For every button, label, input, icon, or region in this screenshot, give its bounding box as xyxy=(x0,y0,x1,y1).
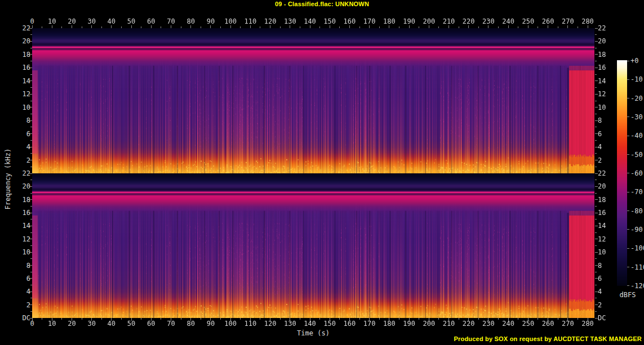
x-tick-label-top: 140 xyxy=(304,17,316,25)
x-tick-label-top: 220 xyxy=(463,17,475,25)
y-tick-label-right: 12 xyxy=(598,90,606,98)
x-tick-label-top: 240 xyxy=(502,17,514,25)
y-tick-label-right: 20 xyxy=(598,182,606,190)
y-minor-tick-left xyxy=(30,48,32,48)
x-minor-tick-bottom xyxy=(220,318,221,320)
x-minor-tick-top xyxy=(379,26,380,28)
colorbar-tick-mark xyxy=(627,229,629,230)
x-minor-tick-top xyxy=(459,26,459,28)
x-tick-label-bottom: 260 xyxy=(542,320,554,328)
x-tick-label-bottom: 50 xyxy=(127,320,135,328)
x-minor-tick-top xyxy=(438,26,439,28)
x-tick-label-top: 250 xyxy=(522,17,535,25)
x-tick-mark-top xyxy=(468,25,469,28)
y-tick-label-left: 22 xyxy=(12,24,30,32)
x-tick-mark-top xyxy=(190,25,191,28)
y-tick-label-right: 12 xyxy=(598,235,606,243)
y-tick-label-left: 20 xyxy=(12,182,30,190)
footer-credit: Produced by SOX on request by AUCDTECT T… xyxy=(454,335,642,342)
x-tick-label-bottom: 70 xyxy=(167,320,175,328)
y-minor-tick-left xyxy=(30,127,32,127)
colorbar-tick-label: -30 xyxy=(630,113,643,121)
x-minor-tick-top xyxy=(42,26,42,28)
x-tick-label-top: 190 xyxy=(403,17,415,25)
x-tick-label-bottom: 230 xyxy=(482,320,495,328)
x-tick-mark-top xyxy=(548,25,548,28)
colorbar-tick-mark xyxy=(627,117,629,117)
x-minor-tick-bottom xyxy=(339,318,340,320)
colorbar-tick-label: -60 xyxy=(630,169,643,177)
y-minor-tick-left xyxy=(30,74,32,75)
y-tick-label-right: 14 xyxy=(598,222,606,230)
colorbar-tick-mark xyxy=(627,267,629,267)
x-tick-mark-top xyxy=(230,25,231,28)
y-tick-label-right: 10 xyxy=(598,248,606,256)
x-tick-label-bottom: 150 xyxy=(323,320,336,328)
x-minor-tick-top xyxy=(478,26,479,28)
colorbar-tick-label: -90 xyxy=(630,226,643,234)
colorbar-gradient xyxy=(617,60,627,286)
x-minor-tick-top xyxy=(181,26,181,28)
x-tick-label-top: 230 xyxy=(482,17,495,25)
colorbar-tick-mark xyxy=(627,285,629,286)
y-minor-tick-right xyxy=(595,206,597,207)
x-tick-mark-top xyxy=(369,25,370,28)
y-minor-tick-left xyxy=(30,87,32,88)
y-minor-tick-left xyxy=(30,258,32,259)
y-minor-tick-right xyxy=(595,193,597,194)
y-minor-tick-left xyxy=(30,311,32,312)
x-tick-label-top: 90 xyxy=(207,17,215,25)
y-minor-tick-left xyxy=(30,101,32,101)
x-tick-mark-top xyxy=(250,25,251,28)
y-tick-label-right: 6 xyxy=(598,130,602,138)
x-tick-mark-top xyxy=(151,25,152,28)
y-minor-tick-right xyxy=(595,48,597,48)
x-tick-label-bottom: 210 xyxy=(443,320,455,328)
y-tick-label-left: 16 xyxy=(12,64,30,71)
y-minor-tick-left xyxy=(30,153,32,154)
x-tick-label-bottom: 110 xyxy=(245,320,257,328)
y-minor-tick-left xyxy=(30,167,32,167)
y-minor-tick-left xyxy=(30,232,32,233)
x-minor-tick-bottom xyxy=(419,318,419,320)
y-tick-label-right: 4 xyxy=(598,288,602,295)
x-tick-label-top: 280 xyxy=(581,17,594,25)
y-tick-label-left: 14 xyxy=(12,222,30,230)
x-minor-tick-bottom xyxy=(61,318,62,320)
colorbar-tick-mark xyxy=(627,173,629,173)
y-minor-tick-right xyxy=(595,140,597,141)
x-minor-tick-bottom xyxy=(399,318,399,320)
y-tick-label-right: 22 xyxy=(598,169,606,177)
x-minor-tick-top xyxy=(578,26,578,28)
y-minor-tick-left xyxy=(30,180,32,180)
x-tick-label-bottom: 200 xyxy=(423,320,435,328)
y-tick-label-left: 12 xyxy=(12,235,30,243)
x-tick-label-bottom: 170 xyxy=(363,320,376,328)
x-tick-label-top: 50 xyxy=(127,17,135,25)
x-minor-tick-bottom xyxy=(538,318,538,320)
x-minor-tick-bottom xyxy=(578,318,578,320)
x-tick-label-top: 100 xyxy=(224,17,237,25)
y-minor-tick-right xyxy=(595,101,597,101)
x-minor-tick-top xyxy=(319,26,320,28)
x-minor-tick-top xyxy=(240,26,241,28)
colorbar-tick-mark xyxy=(627,61,629,61)
x-tick-mark-top xyxy=(111,25,112,28)
y-tick-label-right: DC xyxy=(598,314,606,322)
y-minor-tick-left xyxy=(30,245,32,246)
y-tick-label-left: 4 xyxy=(12,143,30,151)
x-minor-tick-bottom xyxy=(101,318,102,320)
x-tick-mark-top xyxy=(91,25,92,28)
y-minor-tick-right xyxy=(595,114,597,114)
y-tick-label-right: 18 xyxy=(598,196,606,204)
y-tick-label-right: 18 xyxy=(598,51,606,59)
y-minor-tick-right xyxy=(595,34,597,35)
y-minor-tick-left xyxy=(30,61,32,61)
colorbar-tick-mark xyxy=(627,98,629,98)
y-axis-title: Frequency (kHz) xyxy=(4,149,12,209)
x-minor-tick-bottom xyxy=(359,318,360,320)
x-tick-label-bottom: 270 xyxy=(562,320,574,328)
x-tick-mark-top xyxy=(349,25,350,28)
x-minor-tick-bottom xyxy=(201,318,201,320)
y-minor-tick-right xyxy=(595,61,597,61)
